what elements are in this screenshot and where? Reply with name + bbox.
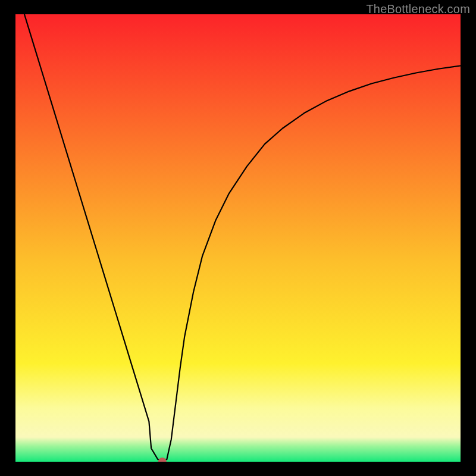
gradient-background	[15, 14, 461, 462]
chart-svg	[15, 14, 461, 462]
chart-stage: TheBottleneck.com	[0, 0, 476, 476]
watermark-text: TheBottleneck.com	[366, 2, 470, 16]
plot-area	[15, 14, 461, 462]
